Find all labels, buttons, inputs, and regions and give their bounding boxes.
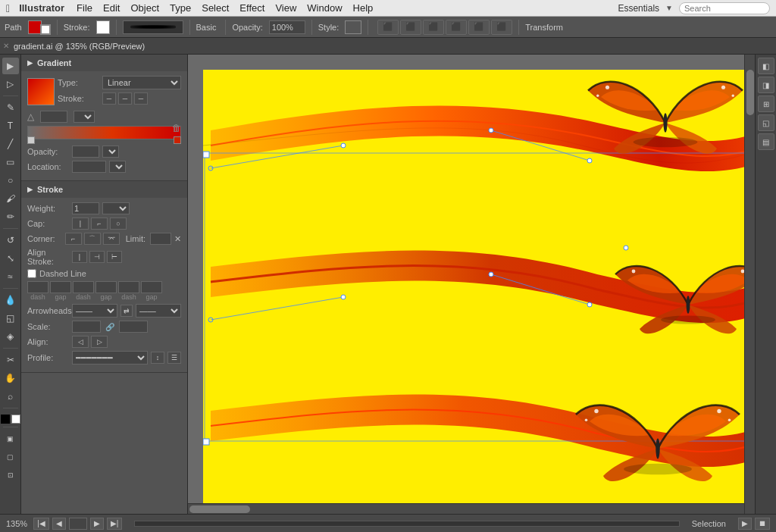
stroke-color-swatch[interactable]	[96, 20, 110, 34]
menu-file[interactable]: File	[77, 2, 92, 14]
menu-view[interactable]: View	[275, 2, 296, 14]
warp-tool[interactable]: ≈	[2, 268, 19, 285]
align-btn-6[interactable]: ⬛	[491, 20, 512, 35]
scroll-thumb-vertical[interactable]	[746, 70, 754, 115]
stroke-color-box[interactable]	[11, 415, 20, 424]
align-stroke-btn-2[interactable]: ⊣	[89, 251, 105, 263]
zoom-tool[interactable]: ⌕	[2, 388, 19, 405]
limit-input[interactable]: 10	[150, 233, 171, 245]
gradient-tool[interactable]: ◱	[2, 310, 19, 327]
right-btn-1[interactable]: ◧	[758, 58, 774, 74]
align2-btn-2[interactable]: ▷	[91, 336, 108, 348]
align-stroke-btn-3[interactable]: ⊢	[107, 251, 122, 263]
search-input[interactable]	[679, 2, 770, 14]
rotate-tool[interactable]: ↺	[2, 232, 19, 249]
stroke-icon-2[interactable]: ─	[118, 92, 132, 105]
right-btn-5[interactable]: ▤	[758, 133, 774, 150]
direct-selection-tool[interactable]: ▷	[2, 76, 19, 92]
cap-btn-2[interactable]: ⌐	[91, 217, 108, 230]
cap-btn-3[interactable]: ○	[110, 217, 127, 230]
gradient-color-swatch[interactable]	[27, 78, 55, 105]
gradient-stop-right[interactable]	[174, 136, 181, 144]
gap1[interactable]	[50, 281, 71, 293]
stroke-icon-1[interactable]: ─	[102, 92, 116, 105]
corner-btn-1[interactable]: ⌐	[65, 233, 82, 245]
menu-select[interactable]: Select	[202, 2, 229, 14]
stroke-panel-header[interactable]: ▶ Stroke	[21, 181, 187, 198]
align-btn-2[interactable]: ⬛	[400, 20, 421, 35]
angle-input[interactable]	[40, 111, 67, 123]
style-swatch[interactable]	[345, 20, 361, 34]
gradient-bar[interactable]	[27, 126, 181, 139]
blend-tool[interactable]: ◈	[2, 328, 19, 345]
tab-close[interactable]: ✕	[3, 42, 9, 50]
angle-select[interactable]	[74, 111, 95, 123]
opacity-field[interactable]: 10%	[72, 146, 99, 158]
profile-flip-btn[interactable]: ↕	[151, 352, 164, 364]
location-input[interactable]: 11.73%	[72, 161, 106, 173]
stroke-icon-3[interactable]: ─	[134, 92, 148, 105]
align-btn-3[interactable]: ⬛	[423, 20, 444, 35]
gap3[interactable]	[141, 281, 162, 293]
scale-input-2[interactable]: 100%	[119, 321, 148, 333]
stroke-swatch[interactable]	[40, 24, 51, 35]
align-btn-1[interactable]: ⬛	[377, 20, 399, 35]
next-page-btn[interactable]: ▶	[90, 518, 104, 530]
brush-tool[interactable]: 🖌	[2, 190, 19, 207]
menu-effect[interactable]: Effect	[239, 2, 264, 14]
dash3[interactable]	[118, 281, 139, 293]
right-btn-2[interactable]: ◨	[758, 77, 774, 93]
profile-options-btn[interactable]: ☰	[167, 352, 181, 364]
canvas[interactable]	[203, 70, 755, 514]
pencil-tool[interactable]: ✏	[2, 208, 19, 225]
right-btn-4[interactable]: ◱	[758, 114, 774, 131]
fill-color-box[interactable]	[1, 415, 10, 424]
line-tool[interactable]: ╱	[2, 136, 19, 152]
weight-input[interactable]	[72, 202, 99, 214]
align-btn-4[interactable]: ⬛	[446, 20, 467, 35]
dash1[interactable]	[27, 281, 48, 293]
hand-tool[interactable]: ✋	[2, 370, 19, 386]
prev-page-btn[interactable]: ◀	[52, 518, 66, 530]
scroll-thumb-horizontal[interactable]	[189, 505, 250, 513]
selection-tool[interactable]: ▶	[2, 58, 19, 74]
right-btn-3[interactable]: ⊞	[758, 95, 774, 112]
horizontal-scrollbar[interactable]	[188, 503, 744, 514]
arrowhead-right-select[interactable]: ——	[136, 304, 181, 318]
screen-mode-btn[interactable]: ⊡	[2, 467, 19, 483]
eyedropper-tool[interactable]: 💧	[2, 292, 19, 308]
last-page-btn[interactable]: ▶|	[107, 518, 123, 530]
delete-stop-btn[interactable]: 🗑	[172, 123, 181, 133]
gradient-stop-left[interactable]	[27, 136, 35, 144]
dashed-checkbox[interactable]	[27, 269, 36, 278]
rect-tool[interactable]: ▭	[2, 154, 19, 171]
corner-btn-3[interactable]: ⌤	[103, 233, 120, 245]
draw-behind-btn[interactable]: ▢	[2, 449, 19, 465]
menu-edit[interactable]: Edit	[103, 2, 120, 14]
align-stroke-btn-1[interactable]: |	[72, 251, 87, 263]
gap2[interactable]	[95, 281, 117, 293]
menu-object[interactable]: Object	[130, 2, 159, 14]
menu-window[interactable]: Window	[307, 2, 342, 14]
location-select[interactable]	[109, 161, 126, 173]
opacity-field-select[interactable]	[102, 146, 119, 158]
align-btn-5[interactable]: ⬛	[468, 20, 490, 35]
swap-arrowheads-btn[interactable]: ⇄	[120, 305, 133, 317]
first-page-btn[interactable]: |◀	[33, 518, 49, 530]
canvas-area[interactable]	[188, 55, 755, 514]
scale-input-1[interactable]: 100%	[72, 321, 101, 333]
stop-btn[interactable]: ⏹	[755, 518, 770, 530]
arrowhead-left-select[interactable]: ——	[72, 304, 117, 318]
draw-normal-btn[interactable]: ▣	[2, 430, 19, 447]
vertical-scrollbar[interactable]	[744, 55, 755, 514]
corner-btn-2[interactable]: ⌒	[84, 233, 101, 245]
weight-select[interactable]	[102, 202, 130, 214]
scale-tool[interactable]: ⤡	[2, 250, 19, 267]
profile-select[interactable]: ━━━━━━━	[72, 351, 148, 365]
ellipse-tool[interactable]: ○	[2, 172, 19, 189]
dash2[interactable]	[73, 281, 94, 293]
menu-help[interactable]: Help	[353, 2, 374, 14]
align2-btn-1[interactable]: ◁	[72, 336, 89, 348]
gradient-panel-header[interactable]: ▶ Gradient	[21, 55, 187, 71]
pen-tool[interactable]: ✎	[2, 99, 19, 116]
